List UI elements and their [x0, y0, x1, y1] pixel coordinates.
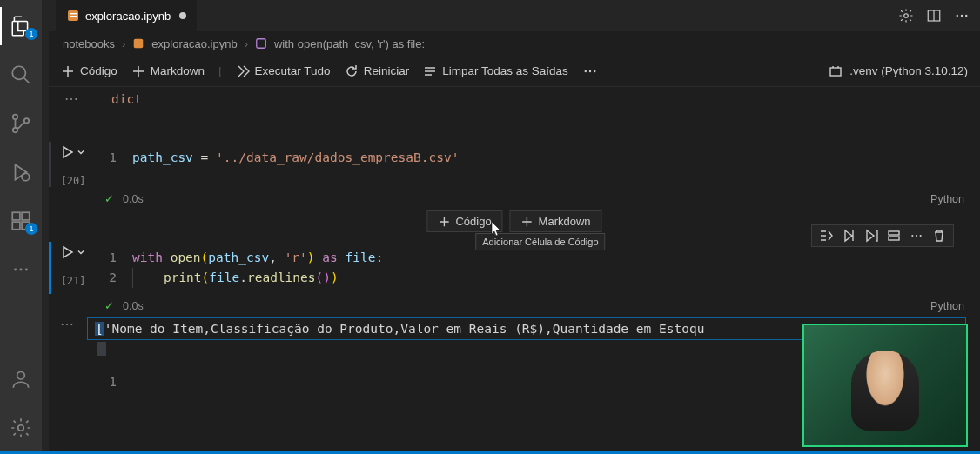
execution-count: [21] [61, 275, 86, 287]
explorer-badge: 1 [25, 28, 37, 40]
svg-rect-22 [134, 39, 144, 49]
cell-action-toolbar [811, 224, 954, 247]
svg-point-25 [589, 70, 591, 71]
svg-point-4 [22, 173, 30, 181]
settings-icon[interactable] [898, 8, 914, 23]
add-markdown-cell-button[interactable]: Markdown [510, 210, 602, 232]
svg-point-12 [17, 371, 25, 379]
run-chevron-icon[interactable] [76, 147, 86, 157]
split-cell-icon[interactable] [887, 229, 901, 243]
chevron-icon: › [245, 37, 248, 50]
cell-more-icon[interactable] [910, 229, 923, 243]
svg-point-1 [13, 115, 17, 119]
unsaved-indicator [179, 12, 186, 19]
symbol-icon [255, 37, 267, 50]
activity-bar: 1 1 [0, 0, 42, 454]
kernel-selector[interactable]: .venv (Python 3.10.12) [849, 64, 968, 77]
cell-indicator[interactable] [49, 142, 51, 187]
svg-rect-16 [70, 16, 77, 17]
status-bar[interactable] [0, 451, 980, 454]
svg-point-13 [18, 425, 24, 431]
svg-point-3 [24, 118, 29, 123]
output-continuation [97, 342, 106, 356]
svg-rect-5 [12, 212, 20, 220]
output-collapse-icon[interactable]: ⋯ [49, 314, 87, 332]
svg-point-24 [584, 70, 586, 71]
sidebar-edge[interactable] [42, 0, 49, 454]
success-icon: ✓ [104, 299, 114, 312]
split-editor-icon[interactable] [926, 8, 942, 23]
svg-rect-29 [889, 237, 899, 240]
cell-collapse-icon[interactable]: ⋯ [64, 90, 80, 107]
more-actions-icon[interactable] [954, 8, 970, 23]
svg-point-0 [12, 66, 25, 79]
source-control-tab[interactable] [0, 104, 42, 143]
file-tab[interactable]: exploracao.ipynb [56, 0, 197, 31]
settings-tab[interactable] [0, 409, 42, 447]
svg-point-21 [965, 15, 967, 17]
svg-rect-27 [830, 68, 841, 76]
run-chevron-icon[interactable] [76, 247, 86, 257]
explorer-tab[interactable]: 1 [0, 7, 42, 45]
extensions-tab[interactable]: 1 [0, 202, 42, 240]
cell-indicator-active[interactable] [49, 242, 51, 294]
run-by-line-icon[interactable] [819, 229, 833, 243]
execute-above-icon[interactable] [864, 229, 878, 243]
add-markdown-button[interactable]: Markdown [131, 64, 205, 78]
execute-cell-icon[interactable] [842, 229, 856, 243]
webcam-overlay [802, 324, 968, 447]
run-all-button[interactable]: Executar Tudo [236, 64, 331, 78]
prev-output: dict [111, 92, 142, 106]
line-number: 2 [94, 268, 132, 288]
account-tab[interactable] [0, 360, 42, 398]
restart-button[interactable]: Reiniciar [345, 64, 410, 78]
cell-language[interactable]: Python [930, 300, 980, 312]
code-cell[interactable]: 1 path_csv = '../data_raw/dados_empresaB… [93, 142, 980, 187]
search-tab[interactable] [0, 56, 42, 94]
svg-rect-28 [889, 231, 899, 235]
cell-language[interactable]: Python [930, 193, 980, 205]
add-code-button[interactable]: Código [61, 64, 117, 78]
svg-point-20 [961, 15, 963, 17]
line-number: 1 [94, 148, 132, 168]
svg-point-2 [13, 128, 17, 132]
chevron-icon: › [122, 37, 125, 50]
toolbar-more-icon[interactable] [582, 63, 598, 79]
kernel-icon [829, 64, 842, 78]
tab-bar: exploracao.ipynb [49, 0, 980, 31]
mouse-cursor-icon [491, 221, 503, 237]
extensions-badge: 1 [25, 223, 37, 235]
line-number: 1 [94, 375, 132, 389]
breadcrumb-symbol[interactable]: with open(path_csv, 'r') as file: [274, 37, 425, 50]
success-icon: ✓ [104, 192, 114, 205]
svg-point-30 [911, 235, 913, 237]
svg-point-10 [20, 269, 23, 271]
execution-count: [20] [61, 175, 86, 187]
notebook-icon [66, 9, 80, 23]
breadcrumb-file[interactable]: exploracao.ipynb [151, 37, 237, 50]
tab-title: exploracao.ipynb [85, 10, 171, 23]
breadcrumb[interactable]: notebooks › exploracao.ipynb › with open… [49, 31, 980, 56]
svg-rect-6 [22, 212, 30, 220]
svg-point-17 [904, 14, 909, 18]
svg-rect-23 [257, 39, 266, 49]
svg-rect-7 [12, 222, 20, 230]
svg-point-32 [920, 235, 922, 237]
svg-point-19 [957, 15, 958, 17]
svg-point-11 [25, 269, 28, 271]
exec-time: 0.0s [123, 193, 144, 205]
run-debug-tab[interactable] [0, 153, 42, 191]
notebook-icon [132, 37, 144, 50]
exec-time: 0.0s [123, 300, 144, 312]
add-cell-bar: Código Markdown [426, 210, 601, 232]
clear-all-button[interactable]: Limpar Todas as Saídas [423, 64, 568, 78]
delete-cell-icon[interactable] [932, 229, 946, 243]
more-tab[interactable] [0, 250, 42, 289]
breadcrumb-folder[interactable]: notebooks [63, 37, 115, 50]
annotation-underline [128, 339, 406, 340]
svg-rect-15 [70, 13, 77, 14]
line-number: 1 [94, 248, 132, 268]
run-cell-button[interactable] [60, 145, 74, 159]
notebook-toolbar: Código Markdown | Executar Tudo Reinicia… [49, 56, 980, 87]
run-cell-button[interactable] [60, 245, 74, 259]
